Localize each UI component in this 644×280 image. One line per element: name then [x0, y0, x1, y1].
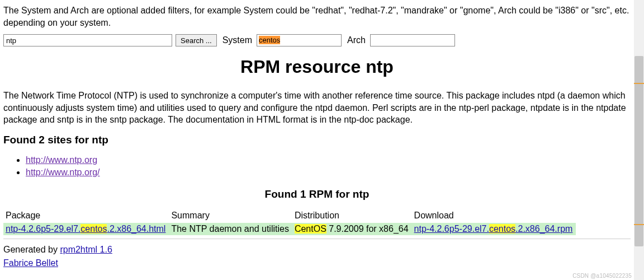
watermark: CSDN @a1045022235 [572, 273, 632, 279]
rpm2html-link[interactable]: rpm2html 1.6 [60, 245, 112, 254]
highlight-keyword: CentOS [295, 224, 326, 234]
cell-download: ntp-4.2.6p5-29.el7.centos.2.x86_64.rpm [412, 223, 576, 235]
scrollbar-thumb[interactable] [634, 56, 643, 246]
found-rpm-heading: Found 1 RPM for ntp [3, 188, 631, 200]
rpm-table: Package Summary Distribution Download nt… [3, 209, 576, 235]
package-link[interactable]: ntp-4.2.6p5-29.el7.centos.2.x86_64.html [6, 224, 165, 234]
col-distribution: Distribution [292, 209, 412, 223]
site-link[interactable]: http://www.ntp.org/ [26, 167, 100, 177]
viewport: The System and Arch are optional added f… [0, 0, 644, 280]
scrollbar[interactable] [634, 0, 644, 280]
cell-package: ntp-4.2.6p5-29.el7.centos.2.x86_64.html [3, 223, 169, 235]
col-package: Package [3, 209, 169, 223]
generated-by: Generated by rpm2html 1.6 [3, 245, 631, 255]
found-sites-heading: Found 2 sites for ntp [3, 134, 631, 146]
author-line: Fabrice Bellet [3, 258, 631, 268]
table-row: ntp-4.2.6p5-29.el7.centos.2.x86_64.html … [3, 223, 576, 235]
search-button[interactable]: Search ... [176, 34, 217, 46]
scrollbar-mark [634, 83, 644, 84]
page-body: The System and Arch are optional added f… [0, 0, 634, 280]
cell-summary: The NTP daemon and utilities [169, 223, 292, 235]
system-label: System [222, 35, 252, 45]
divider [3, 239, 631, 239]
list-item: http://www.ntp.org [26, 154, 631, 166]
table-header-row: Package Summary Distribution Download [3, 209, 576, 223]
highlight-keyword: centos [80, 224, 107, 234]
arch-input[interactable] [370, 34, 455, 46]
system-input-selection: centos [259, 36, 280, 44]
col-summary: Summary [169, 209, 292, 223]
col-download: Download [412, 209, 576, 223]
highlight-keyword: centos [489, 224, 515, 234]
search-form: Search ... System centos Arch [3, 34, 631, 46]
query-input[interactable] [3, 34, 172, 46]
arch-label: Arch [347, 35, 366, 45]
list-item: http://www.ntp.org/ [26, 166, 631, 179]
sites-list: http://www.ntp.org http://www.ntp.org/ [3, 154, 631, 178]
scrollbar-mark [634, 224, 644, 225]
page-title: RPM resource ntp [3, 57, 631, 77]
description-text: The Network Time Protocol (NTP) is used … [3, 90, 631, 126]
download-link[interactable]: ntp-4.2.6p5-29.el7.centos.2.x86_64.rpm [414, 224, 573, 234]
intro-text: The System and Arch are optional added f… [3, 4, 631, 29]
site-link[interactable]: http://www.ntp.org [26, 155, 97, 165]
cell-distribution: CentOS 7.9.2009 for x86_64 [292, 223, 412, 235]
author-link[interactable]: Fabrice Bellet [3, 258, 58, 268]
